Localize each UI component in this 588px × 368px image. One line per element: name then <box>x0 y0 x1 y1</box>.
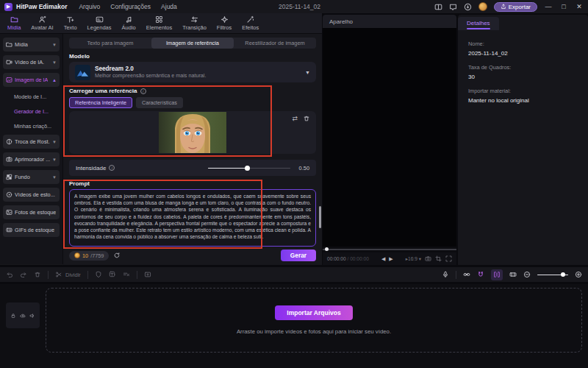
play-icon[interactable]: ▶ <box>389 256 392 262</box>
menu-ajuda[interactable]: Ajuda <box>161 3 177 10</box>
sidebar-item-aprimorador[interactable]: Aprimorador ...▼ <box>3 152 60 166</box>
film-track-icon[interactable] <box>509 271 517 278</box>
chip-caracteristicas[interactable]: Características <box>136 97 183 108</box>
preview-scrubber[interactable] <box>323 247 456 252</box>
close-icon[interactable]: ✕ <box>575 3 584 10</box>
ai-image-icon <box>6 77 12 83</box>
download-icon[interactable] <box>464 3 472 11</box>
model-selector[interactable]: Seedream 2.0 Melhor compreensão semântic… <box>69 62 316 82</box>
split-button[interactable]: Dividir <box>55 271 81 278</box>
text-style-icon[interactable] <box>109 271 116 278</box>
audio-icon <box>125 15 133 24</box>
ribbon-tab-transicao[interactable]: Transição <box>177 13 212 33</box>
eye-icon[interactable] <box>20 313 26 319</box>
field-label-nome: Nome: <box>468 40 578 47</box>
crop-icon[interactable] <box>435 255 442 262</box>
redo-icon[interactable] <box>20 271 27 278</box>
ribbon-tab-legendas[interactable]: Legendas <box>82 13 117 33</box>
bracket-icon <box>493 271 501 278</box>
magnet-icon[interactable] <box>477 271 484 278</box>
step-back-icon[interactable]: ◀ <box>381 256 385 262</box>
ribbon-tab-midia[interactable]: Mídia <box>2 13 26 33</box>
intensity-slider[interactable] <box>208 166 290 171</box>
microphone-icon[interactable] <box>442 271 449 278</box>
slider-handle[interactable] <box>245 166 250 171</box>
layout-icon[interactable] <box>434 3 442 11</box>
menu-configuracoes[interactable]: Configurações <box>110 3 151 10</box>
link-icon[interactable] <box>463 271 470 278</box>
shield-icon[interactable] <box>95 271 102 278</box>
zoom-frame-icon[interactable] <box>144 271 151 278</box>
ribbon-tab-avatar-ai[interactable]: Avatar AI <box>26 13 58 33</box>
info-icon[interactable]: i <box>140 88 146 94</box>
zoom-in-icon[interactable] <box>575 271 582 278</box>
zoom-slider-handle[interactable] <box>561 272 565 277</box>
menu-arquivo[interactable]: Arquivo <box>79 3 100 10</box>
feedback-icon[interactable] <box>449 3 457 11</box>
sidebar-item-troca-de-rosto[interactable]: Troca de Rost...▼ <box>3 135 60 149</box>
lock-icon[interactable] <box>10 313 16 319</box>
delete-image-icon[interactable] <box>303 115 310 122</box>
preview-header: Aparelho <box>323 15 456 28</box>
ribbon-tab-elementos[interactable]: Elementos <box>141 13 177 33</box>
minimize-icon[interactable]: — <box>544 3 553 10</box>
chip-referencia-inteligente[interactable]: Referência Inteligente <box>69 97 132 108</box>
sidebar-item-imagem-de-ia[interactable]: Imagem de IA▲ <box>3 73 60 87</box>
media-import-dropzone[interactable]: Importar Arquivos Arraste ou importe víd… <box>46 288 582 353</box>
user-avatar[interactable] <box>478 2 487 11</box>
sidebar-subitem-minhas-criacoes[interactable]: Minhas criaçõ... <box>3 120 60 132</box>
scrubber-handle[interactable] <box>325 247 329 251</box>
track-header <box>6 302 40 328</box>
counter-total: /7759 <box>90 252 104 259</box>
remove-subtitles-icon[interactable] <box>123 271 130 278</box>
tab-imagem-de-referencia[interactable]: Imagem de referência <box>151 38 234 49</box>
reference-image-woman-portrait <box>159 112 226 153</box>
enhancer-icon <box>6 156 12 163</box>
aspect-ratio-selector[interactable]: ▸16:9 ▾ <box>406 256 421 262</box>
field-label-taxa-de-quadros: Taxa de Quadros: <box>468 64 578 71</box>
sidebar-item-midia[interactable]: Mídia▼ <box>3 38 60 52</box>
timeline-zoom-slider[interactable] <box>537 272 568 277</box>
stock-photo-icon <box>6 209 12 216</box>
sidebar-item-videos-de-estoque[interactable]: Vídeos de esto... <box>3 188 60 202</box>
prompt-textarea[interactable]: A imagem exibe uma jovem mulher com cabe… <box>69 189 316 247</box>
tab-reestilizador-de-imagem[interactable]: Reestilizador de imagem <box>234 38 316 49</box>
snapshot-icon[interactable] <box>425 255 431 262</box>
trash-icon[interactable] <box>34 271 41 278</box>
sidebar-subitem-modelo-de-imagem[interactable]: Modelo de I... <box>3 91 60 103</box>
generate-button[interactable]: Gerar <box>281 250 316 261</box>
fullscreen-icon[interactable] <box>445 255 452 262</box>
refresh-icon[interactable] <box>113 252 121 259</box>
undo-icon[interactable] <box>6 271 13 278</box>
export-button[interactable]: Exportar <box>494 2 537 12</box>
bracket-tool[interactable] <box>491 269 503 280</box>
info-icon[interactable]: i <box>109 165 115 171</box>
maximize-icon[interactable]: □ <box>559 3 568 10</box>
playback-controls: 00:00:00 / 00:00:00 ◀ ▶ ▸16:9 ▾ <box>323 252 456 265</box>
tab-texto-para-imagem[interactable]: Texto para imagem <box>69 38 151 49</box>
tab-detalhes[interactable]: Detalhes <box>458 17 499 30</box>
speaker-icon[interactable] <box>29 313 35 319</box>
import-files-button[interactable]: Importar Arquivos <box>275 305 352 320</box>
zoom-out-icon[interactable] <box>523 271 531 278</box>
ribbon-tab-filtros[interactable]: Filtros <box>212 13 237 33</box>
sidebar-item-gifs-de-estoque[interactable]: GIFs de estoque <box>3 223 60 237</box>
media-icon <box>10 15 18 24</box>
panel-scrollbar[interactable] <box>319 206 321 228</box>
app-logo-icon: ▶ <box>4 3 12 11</box>
toolbar-separator <box>137 271 137 279</box>
ribbon-tab-efeitos[interactable]: Efeitos <box>237 13 264 33</box>
credits-counter: 10 /7759 <box>69 251 109 261</box>
ribbon-tab-texto[interactable]: Texto <box>59 13 82 33</box>
sidebar-item-fotos-de-estoque[interactable]: Fotos de estoque <box>3 205 60 219</box>
sidebar-item-video-de-ia[interactable]: Vídeo de IA.▼ <box>3 55 60 69</box>
export-up-icon <box>501 4 506 10</box>
sidebar-subitem-gerador-de-imagem[interactable]: Gerador de I... <box>3 105 60 118</box>
reference-upload-area[interactable]: ⇄ <box>69 111 316 154</box>
replace-image-icon[interactable]: ⇄ <box>292 116 298 122</box>
seedream-model-icon <box>75 65 90 80</box>
preview-video-area <box>323 28 456 247</box>
model-section-label: Modelo <box>69 53 316 60</box>
ribbon-tab-audio[interactable]: Áudio <box>117 13 141 33</box>
sidebar-item-fundo[interactable]: Fundo▼ <box>3 170 60 184</box>
